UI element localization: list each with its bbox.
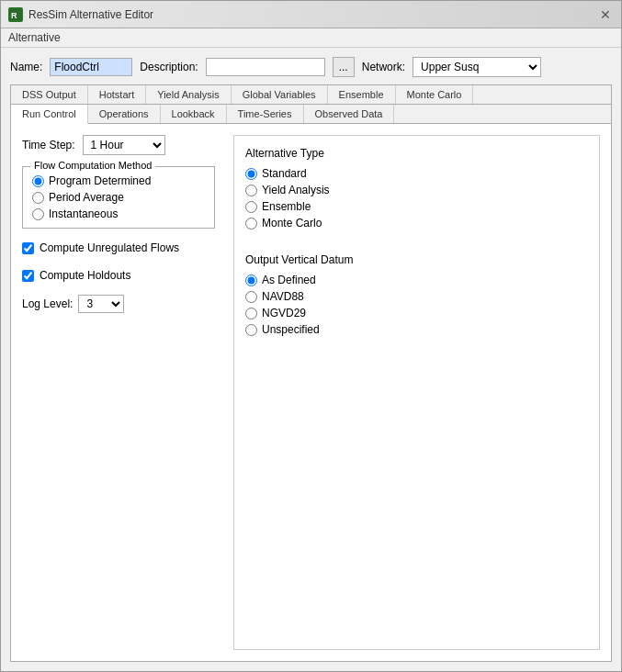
- description-label: Description:: [140, 61, 198, 73]
- tabs-row-1: DSS Output Hotstart Yield Analysis Globa…: [11, 85, 611, 105]
- radio-ensemble: Ensemble: [245, 198, 588, 215]
- radio-monte-carlo-input[interactable]: [245, 218, 257, 230]
- menu-alternative[interactable]: Alternative: [8, 31, 61, 44]
- right-panel: Alternative Type Standard Yield Analysis…: [233, 135, 600, 650]
- tab-yield-analysis[interactable]: Yield Analysis: [146, 85, 231, 104]
- radio-standard-input[interactable]: [245, 168, 257, 180]
- radio-standard-label: Standard: [262, 167, 307, 180]
- time-step-row: Time Step: 1 Hour 15 Min 30 Min 2 Hour 6…: [22, 135, 215, 155]
- radio-navd88-label: NAVD88: [262, 290, 304, 303]
- description-input[interactable]: [206, 58, 325, 76]
- radio-instantaneous-label: Instantaneous: [49, 207, 118, 220]
- radio-monte-carlo: Monte Carlo: [245, 215, 588, 231]
- window-title: ResSim Alternative Editor: [28, 8, 153, 21]
- radio-unspecified-input[interactable]: [245, 324, 257, 336]
- radio-period-average: Period Average: [32, 189, 205, 206]
- tab-global-variables[interactable]: Global Variables: [232, 85, 328, 104]
- compute-unregulated-checkbox[interactable]: [22, 242, 34, 254]
- log-level-select[interactable]: 1 2 3 4 5: [78, 295, 124, 313]
- time-step-label: Time Step:: [22, 139, 75, 151]
- app-icon: R: [8, 7, 23, 22]
- flow-computation-title: Flow Computation Method: [30, 160, 155, 171]
- radio-unspecified-label: Unspecified: [262, 323, 320, 336]
- radio-instantaneous: Instantaneous: [32, 206, 205, 222]
- browse-button[interactable]: ...: [333, 57, 355, 77]
- radio-period-average-label: Period Average: [49, 191, 124, 204]
- radio-ngvd29-input[interactable]: [245, 308, 257, 319]
- radio-as-defined-input[interactable]: [245, 274, 257, 286]
- log-level-row: Log Level: 1 2 3 4 5: [22, 295, 215, 313]
- radio-ensemble-label: Ensemble: [262, 200, 311, 213]
- radio-unspecified: Unspecified: [245, 321, 588, 338]
- compute-holdouts-checkbox[interactable]: [22, 270, 34, 282]
- run-control-content: Time Step: 1 Hour 15 Min 30 Min 2 Hour 6…: [11, 124, 611, 661]
- tab-observed-data[interactable]: Observed Data: [304, 105, 395, 123]
- radio-navd88: NAVD88: [245, 288, 588, 305]
- radio-yield-analysis: Yield Analysis: [245, 182, 588, 198]
- name-input[interactable]: [50, 58, 132, 76]
- radio-ngvd29-label: NGVD29: [262, 307, 306, 319]
- tab-lookback[interactable]: Lookback: [161, 105, 227, 123]
- radio-instantaneous-input[interactable]: [32, 208, 44, 220]
- radio-as-defined-label: As Defined: [262, 274, 316, 286]
- radio-as-defined: As Defined: [245, 272, 588, 288]
- alternative-type-title: Alternative Type: [245, 147, 588, 160]
- name-label: Name:: [10, 61, 42, 73]
- compute-holdouts-row: Compute Holdouts: [22, 267, 215, 284]
- compute-unregulated-label: Compute Unregulated Flows: [40, 241, 179, 254]
- name-row: Name: Description: ... Network: Upper Su…: [10, 57, 612, 77]
- tab-operations[interactable]: Operations: [88, 105, 161, 123]
- main-window: R ResSim Alternative Editor ✕ Alternativ…: [0, 0, 622, 672]
- radio-program-determined-input[interactable]: [32, 175, 44, 187]
- title-bar: R ResSim Alternative Editor ✕: [1, 1, 621, 28]
- alternative-type-section: Alternative Type Standard Yield Analysis…: [245, 147, 588, 231]
- tab-hotstart[interactable]: Hotstart: [88, 85, 147, 104]
- tabs-row-2: Run Control Operations Lookback Time-Ser…: [11, 105, 611, 124]
- radio-yield-analysis-label: Yield Analysis: [262, 184, 330, 196]
- radio-ngvd29: NGVD29: [245, 305, 588, 321]
- radio-yield-analysis-input[interactable]: [245, 185, 257, 196]
- left-panel: Time Step: 1 Hour 15 Min 30 Min 2 Hour 6…: [22, 135, 215, 650]
- tab-ensemble[interactable]: Ensemble: [328, 85, 396, 104]
- tab-time-series[interactable]: Time-Series: [227, 105, 304, 123]
- network-select[interactable]: Upper Susq: [413, 57, 541, 77]
- menu-bar: Alternative: [1, 28, 621, 48]
- radio-program-determined-label: Program Determined: [49, 174, 151, 187]
- compute-holdouts-label: Compute Holdouts: [40, 269, 130, 282]
- content-area: Name: Description: ... Network: Upper Su…: [1, 48, 621, 671]
- compute-unregulated-row: Compute Unregulated Flows: [22, 240, 215, 256]
- tab-monte-carlo[interactable]: Monte Carlo: [396, 85, 474, 104]
- time-step-select[interactable]: 1 Hour 15 Min 30 Min 2 Hour 6 Hour: [83, 135, 165, 155]
- radio-standard: Standard: [245, 165, 588, 182]
- close-button[interactable]: ✕: [597, 6, 614, 23]
- tab-dss-output[interactable]: DSS Output: [11, 85, 88, 104]
- output-datum-section: Output Vertical Datum As Defined NAVD88 …: [245, 253, 588, 338]
- tab-run-control[interactable]: Run Control: [11, 105, 88, 124]
- radio-ensemble-input[interactable]: [245, 201, 257, 213]
- output-datum-title: Output Vertical Datum: [245, 253, 588, 266]
- tabs-container: DSS Output Hotstart Yield Analysis Globa…: [10, 84, 612, 662]
- network-label: Network:: [362, 61, 405, 73]
- log-level-label: Log Level:: [22, 297, 73, 310]
- title-bar-left: R ResSim Alternative Editor: [8, 7, 153, 22]
- flow-computation-group: Flow Computation Method Program Determin…: [22, 166, 215, 229]
- svg-text:R: R: [11, 11, 17, 20]
- radio-monte-carlo-label: Monte Carlo: [262, 217, 322, 230]
- radio-period-average-input[interactable]: [32, 192, 44, 204]
- radio-navd88-input[interactable]: [245, 291, 257, 303]
- radio-program-determined: Program Determined: [32, 173, 205, 189]
